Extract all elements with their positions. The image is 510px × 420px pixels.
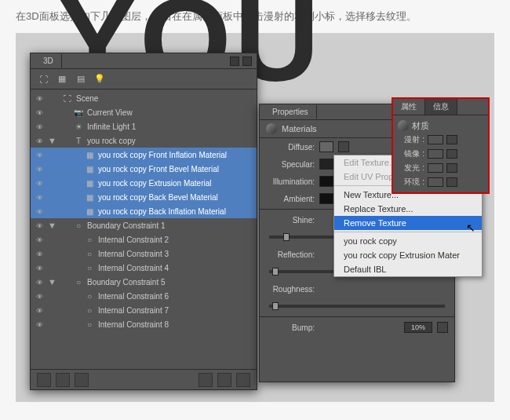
callout-texture-button[interactable] [446,135,457,144]
visibility-icon[interactable] [34,221,45,230]
callout-swatch[interactable] [428,163,443,173]
tree-item[interactable]: ○Internal Constraint 8 [31,317,257,331]
label-shine: Shine: [266,216,315,225]
context-menu-item[interactable]: Remove Texture [334,216,482,230]
tree-item[interactable]: ○Internal Constraint 3 [31,247,257,261]
visibility-icon[interactable] [34,236,45,244]
diffuse-swatch[interactable] [319,141,333,152]
tree-item-label: Boundary Constraint 1 [87,221,253,230]
visibility-icon[interactable] [34,250,45,258]
render-button[interactable] [199,373,213,387]
visibility-icon[interactable] [34,264,45,272]
label-ambient: Ambient: [266,195,315,203]
illumination-swatch[interactable] [319,176,333,187]
context-menu-item[interactable]: you rock copy [334,234,482,248]
node-icon: ▦ [84,165,95,173]
tree-item[interactable]: ▦you rock copy Front Inflation Material [31,148,257,162]
visibility-icon[interactable] [34,122,45,131]
tree-item[interactable]: ▼○Boundary Constraint 5 [31,275,257,289]
ambient-swatch[interactable] [319,193,333,204]
tree-item[interactable]: ○Internal Constraint 4 [31,261,257,275]
node-icon: 📷 [73,108,84,117]
tab-properties[interactable]: Properties [264,105,317,119]
visibility-icon[interactable] [34,292,45,301]
tree-item[interactable]: ☀Infinite Light 1 [31,119,257,133]
grid-icon[interactable]: ▦ [56,73,68,86]
footer-button[interactable] [37,373,51,387]
visibility-icon[interactable] [34,179,45,188]
visibility-icon[interactable] [34,278,45,287]
layers-icon[interactable]: ▤ [75,73,87,86]
disclosure-icon[interactable]: ▼ [48,221,56,230]
bump-texture-button[interactable] [437,322,448,333]
filter-icon[interactable]: ⛶ [37,73,49,86]
callout-row: 环境 : [398,175,483,189]
tree-item-label: you rock copy Back Bevel Material [98,193,253,202]
row-roughness-slider [260,298,454,315]
tree-item-label: you rock copy Back Inflation Material [98,207,253,216]
visibility-icon[interactable] [34,151,45,159]
callout-swatch[interactable] [428,135,443,144]
label-bump: Bump: [266,323,315,332]
scene-label: Scene [76,94,253,103]
context-menu-item[interactable]: you rock copy Extrusion Mater [334,248,482,262]
visibility-icon[interactable] [34,207,45,216]
panel-close-icon[interactable] [242,57,252,66]
visibility-icon[interactable] [34,94,45,103]
footer-button[interactable] [75,373,89,387]
callout-properties-cn: 属性 信息 材质 漫射 :镜像 :发光 :环境 : [392,97,490,194]
visibility-icon[interactable] [34,165,45,173]
panel-menu-icon[interactable] [230,57,239,66]
node-icon: ☀ [73,122,84,131]
tree-item-label: Boundary Constraint 5 [87,278,253,287]
callout-texture-button[interactable] [446,163,457,173]
context-menu-item[interactable]: Replace Texture... [334,202,482,216]
tab-properties-cn[interactable]: 属性 [393,99,425,115]
tree-item-label: Internal Constraint 8 [98,320,253,329]
visibility-icon[interactable] [34,108,45,117]
tab-3d[interactable]: 3D [35,54,62,68]
visibility-icon[interactable] [34,306,45,315]
tree-item[interactable]: ▦you rock copy Extrusion Material [31,176,257,190]
tree-item[interactable]: ▼Tyou rock copy [31,133,257,148]
scene-root[interactable]: ⛶ Scene [31,91,257,105]
roughness-slider[interactable] [269,305,445,308]
footer-button[interactable] [56,373,70,387]
tree-item[interactable]: ○Internal Constraint 6 [31,289,257,303]
tree-item-label: Infinite Light 1 [87,122,253,131]
callout-swatch[interactable] [428,149,443,159]
node-icon: ○ [84,264,95,272]
tree-item[interactable]: ▦you rock copy Back Inflation Material [31,204,257,218]
callout-swatch[interactable] [428,177,443,187]
light-icon[interactable]: 💡 [93,73,106,86]
tree-item[interactable]: ▼○Boundary Constraint 1 [31,218,257,232]
callout-label: 漫射 : [398,134,424,145]
node-icon: ○ [84,320,95,329]
tree-item-label: you rock copy Extrusion Material [98,179,253,188]
node-icon: ○ [84,250,95,258]
tree-item[interactable]: 📷Current View [31,105,257,119]
tree-item[interactable]: ▦you rock copy Front Bevel Material [31,162,257,176]
screenshot-stage: YOU 3D ⛶ ▦ ▤ 💡 ⛶ Scene 📷Current V [16,33,494,402]
visibility-icon[interactable] [34,137,45,145]
visibility-icon[interactable] [34,193,45,202]
scene-tree: ⛶ Scene 📷Current View☀Infinite Light 1▼T… [31,89,257,333]
callout-label: 镜像 : [398,148,424,159]
callout-texture-button[interactable] [446,149,457,159]
tree-item[interactable]: ○Internal Constraint 2 [31,232,257,247]
specular-swatch[interactable] [319,159,333,170]
context-menu-item[interactable]: Default IBL [334,262,482,276]
visibility-icon[interactable] [34,320,45,329]
tree-item-label: Internal Constraint 7 [98,306,253,315]
callout-texture-button[interactable] [446,177,457,187]
bump-percent[interactable]: 10% [404,322,432,333]
disclosure-icon[interactable]: ▼ [48,136,56,145]
callout-row: 镜像 : [398,147,483,161]
new-button[interactable] [217,373,231,387]
tree-item[interactable]: ▦you rock copy Back Bevel Material [31,190,257,204]
disclosure-icon[interactable]: ▼ [48,277,56,287]
trash-icon[interactable] [236,373,250,387]
diffuse-texture-button[interactable] [338,141,349,152]
tab-info-cn[interactable]: 信息 [425,99,457,115]
tree-item[interactable]: ○Internal Constraint 7 [31,303,257,317]
